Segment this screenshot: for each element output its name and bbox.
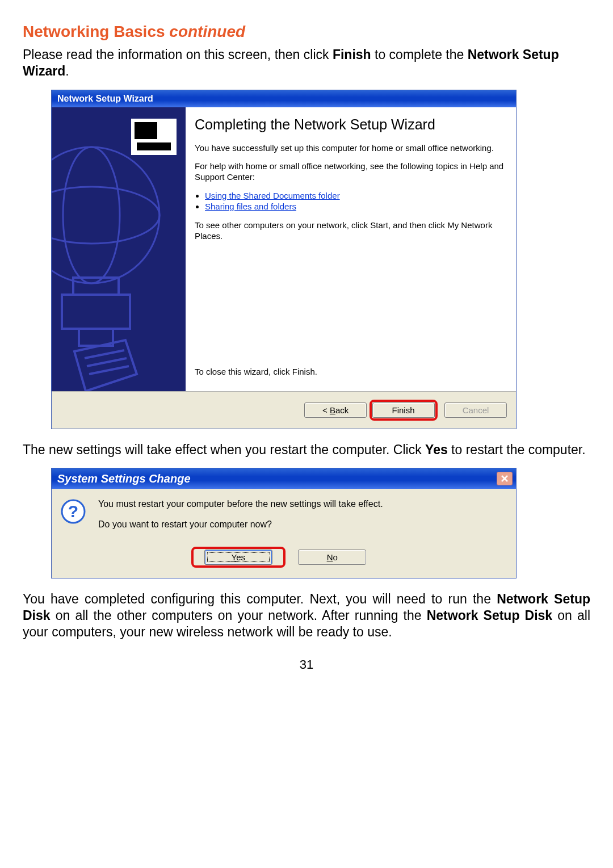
after-wizard-text-1: The new settings will take effect when y… [23,442,425,457]
wizard-body: Completing the Network Setup Wizard You … [52,107,516,391]
wizard-help-links: Using the Shared Documents folder Sharin… [205,191,506,212]
wizard-heading: Completing the Network Setup Wizard [195,116,506,133]
yes-button[interactable]: Yes [204,550,272,565]
list-item: Sharing files and folders [205,202,506,211]
intro-bold-finish: Finish [333,47,371,62]
final-paragraph: You have completed configuring this comp… [23,591,590,640]
wizard-sidebar-graphic [52,107,186,391]
section-heading-main: Networking Basics [23,23,169,40]
finish-button[interactable]: Finish [372,402,435,418]
list-item: Using the Shared Documents folder [205,191,506,200]
network-setup-wizard-window: Network Setup Wizard [51,90,517,429]
wizard-titlebar[interactable]: Network Setup Wizard [52,90,516,107]
wizard-title-text: Network Setup Wizard [57,94,153,103]
finish-button-highlight: Finish [370,400,438,421]
wizard-content: Completing the Network Setup Wizard You … [186,107,516,391]
intro-text-1: Please read the information on this scre… [23,47,333,62]
dialog-body: ? You must restart your computer before … [52,489,516,543]
close-button[interactable] [497,472,513,485]
wizard-paragraph-network-places: To see other computers on your network, … [195,220,506,242]
system-settings-change-dialog: System Settings Change ? You must restar… [51,468,517,578]
after-wizard-paragraph: The new settings will take effect when y… [23,442,590,458]
wizard-paragraph-help: For help with home or small office netwo… [195,161,506,183]
intro-text-3: . [65,64,69,78]
dialog-titlebar[interactable]: System Settings Change [52,468,516,489]
intro-text-2: to complete the [371,47,468,62]
question-icon: ? [61,499,86,526]
wizard-footer: < Back Finish Cancel [52,391,516,429]
link-sharing-files[interactable]: Sharing files and folders [205,202,296,211]
svg-rect-6 [137,142,171,150]
section-heading: Networking Basics continued [23,23,590,41]
dialog-text: You must restart your computer before th… [98,499,383,540]
intro-paragraph: Please read the information on this scre… [23,47,590,79]
svg-rect-5 [135,122,157,139]
link-shared-documents[interactable]: Using the Shared Documents folder [205,191,340,200]
after-wizard-bold-yes: Yes [425,442,448,457]
page-number: 31 [23,657,590,672]
dialog-message-2: Do you want to restart your computer now… [98,519,383,530]
section-heading-continued: continued [169,23,245,40]
dialog-message-1: You must restart your computer before th… [98,499,383,509]
wizard-paragraph-success: You have successfully set up this comput… [195,143,506,154]
no-button[interactable]: No [298,550,366,565]
cancel-button: Cancel [444,402,507,418]
final-bold-2: Network Setup Disk [427,608,552,623]
back-button[interactable]: < Back [304,402,367,418]
svg-text:?: ? [68,502,78,521]
final-text-2: on all the other computers on your netwo… [51,608,427,623]
dialog-buttons: Yes No [52,543,516,578]
yes-button-highlight: Yes [191,547,285,568]
wizard-paragraph-close: To close this wizard, click Finish. [195,367,506,378]
dialog-title-text: System Settings Change [57,472,191,485]
close-icon [501,475,509,483]
final-text-1: You have completed configuring this comp… [23,592,497,606]
after-wizard-text-2: to restart the computer. [448,442,586,457]
